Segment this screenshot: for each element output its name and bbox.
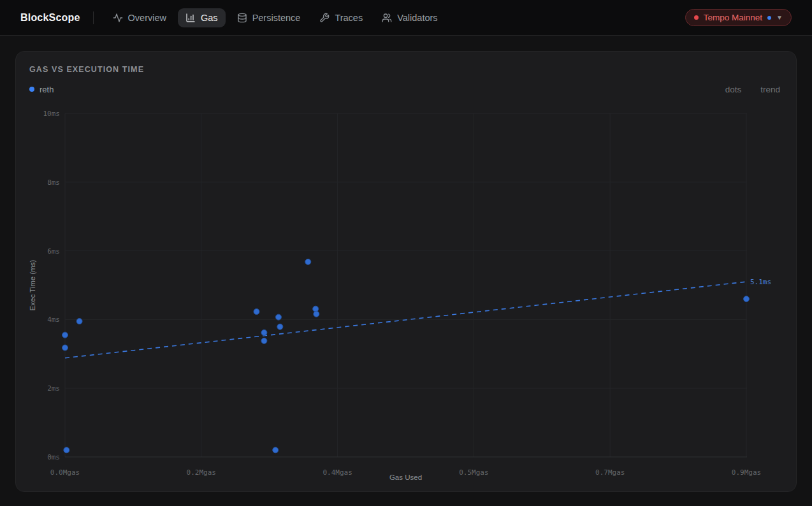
activity-icon	[113, 13, 123, 23]
gas-vs-exec-time-card: GAS VS EXECUTION TIME reth dots trend 5.…	[15, 51, 797, 492]
card-title: GAS VS EXECUTION TIME	[29, 65, 144, 74]
nav-item-label: Validators	[397, 13, 437, 23]
x-tick-label: 0.9Mgas	[732, 468, 761, 477]
scatter-point[interactable]	[314, 311, 319, 317]
scatter-point[interactable]	[62, 345, 68, 351]
scatter-point[interactable]	[254, 309, 259, 315]
caret-down-icon: ▼	[776, 15, 783, 21]
x-tick-label: 0.7Mgas	[595, 468, 625, 477]
connection-status-dot	[767, 16, 771, 20]
scatter-point[interactable]	[261, 329, 267, 335]
scatter-point[interactable]	[275, 314, 281, 320]
y-axis-title: Exec Time (ms)	[29, 259, 36, 310]
y-tick-label: 10ms	[43, 110, 61, 118]
app-logo: BlockScope	[20, 12, 80, 24]
scatter-point[interactable]	[273, 447, 279, 453]
database-icon	[237, 13, 247, 23]
scatter-point[interactable]	[277, 324, 283, 329]
nav-item-traces[interactable]: Traces	[312, 8, 370, 27]
nav-item-gas[interactable]: Gas	[178, 8, 226, 27]
y-tick-label: 6ms	[47, 247, 60, 256]
y-tick-label: 8ms	[47, 178, 60, 187]
top-navbar: BlockScope Overview Gas Persistence Trac…	[0, 0, 812, 36]
scatter-point[interactable]	[261, 338, 267, 343]
network-status-dot	[694, 15, 699, 20]
legend-item-reth: reth	[29, 85, 54, 94]
nav-item-persistence[interactable]: Persistence	[229, 8, 308, 27]
nav-item-label: Overview	[128, 13, 166, 23]
scatter-point[interactable]	[744, 296, 750, 302]
network-selector[interactable]: Tempo Mainnet ▼	[685, 9, 792, 26]
trend-value-label: 5.1ms	[750, 278, 771, 286]
scatter-point[interactable]	[313, 306, 319, 312]
nav-item-label: Persistence	[252, 13, 301, 23]
trend-line	[65, 282, 746, 358]
bar-chart-icon	[185, 13, 196, 23]
users-icon	[382, 13, 392, 23]
legend-dot-icon	[29, 87, 34, 92]
x-tick-label: 0.2Mgas	[187, 468, 216, 477]
nav-item-label: Traces	[335, 13, 363, 23]
scatter-point[interactable]	[76, 319, 82, 324]
x-tick-label: 0.0Mgas	[50, 468, 80, 477]
legend-label: reth	[40, 85, 54, 94]
toggle-trend[interactable]: trend	[758, 83, 783, 96]
y-tick-label: 0ms	[47, 453, 60, 461]
x-tick-label: 0.4Mgas	[323, 468, 352, 477]
main-nav: Overview Gas Persistence Traces Validato…	[105, 8, 446, 27]
scatter-point[interactable]	[62, 332, 68, 338]
legend-row: reth dots trend	[29, 83, 783, 96]
network-name: Tempo Mainnet	[704, 13, 762, 22]
chart-view-toggles: dots trend	[723, 83, 783, 96]
nav-item-label: Gas	[201, 13, 218, 23]
scatter-point[interactable]	[305, 259, 311, 264]
y-tick-label: 2ms	[47, 384, 60, 393]
x-axis-title: Gas Used	[389, 473, 422, 481]
y-tick-label: 4ms	[47, 315, 60, 324]
nav-item-validators[interactable]: Validators	[374, 8, 445, 27]
scatter-point[interactable]	[64, 447, 69, 453]
nav-divider	[93, 11, 94, 24]
nav-item-overview[interactable]: Overview	[105, 8, 174, 27]
gas-chart: 5.1ms0ms2ms4ms6ms8ms10ms0.0Mgas0.2Mgas0.…	[16, 108, 797, 493]
toggle-dots[interactable]: dots	[723, 83, 744, 96]
x-tick-label: 0.5Mgas	[459, 468, 488, 477]
wrench-icon	[319, 13, 330, 23]
